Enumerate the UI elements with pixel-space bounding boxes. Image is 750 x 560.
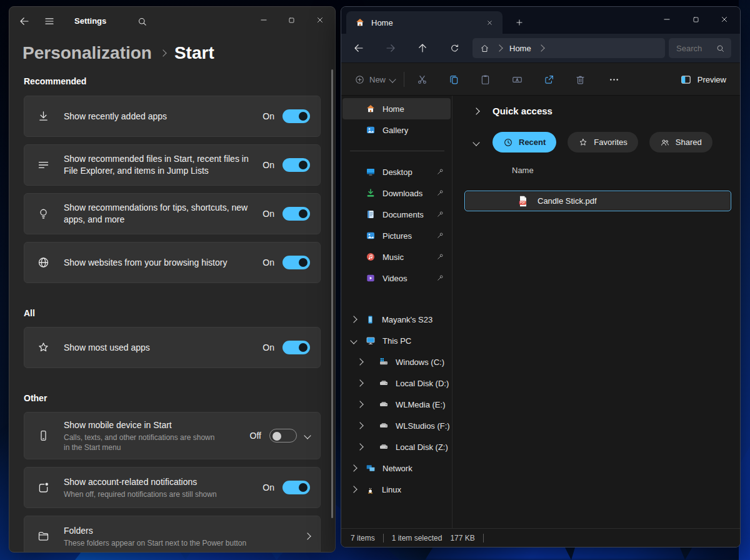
cut-button[interactable] [411,70,432,89]
toggle-recently-added-apps[interactable] [282,109,310,123]
toggle-recommendations-tips[interactable] [282,207,310,221]
expand-chevron-right-icon[interactable] [358,351,362,372]
expand-chevron-right-icon[interactable] [351,479,356,500]
expand-chevron-right-icon[interactable] [358,372,362,394]
tab-close-button[interactable] [482,16,496,29]
cut-icon [416,74,428,86]
download-icon [37,110,50,123]
settings-search-button[interactable] [132,11,152,31]
minimize-button[interactable] [652,7,681,32]
more-options-button[interactable] [603,70,624,89]
folders-icon [37,530,50,543]
section-chevron-down-icon[interactable] [472,139,479,146]
pin-icon[interactable] [436,189,444,198]
pin-icon[interactable] [436,232,444,240]
section-chevron-right-icon[interactable] [472,108,479,114]
sidebar-item-drive-c[interactable]: Windows (C:) [342,351,451,372]
delete-button[interactable] [569,70,591,89]
expand-chevron-right-icon[interactable] [358,415,362,436]
sidebar-item-drive-d[interactable]: Local Disk (D:) [342,372,451,394]
expand-chevron-right-icon[interactable] [351,309,356,330]
back-arrow-icon [19,16,30,27]
sidebar-item-label: Local Disk (D:) [396,379,449,388]
sidebar-item-gallery[interactable]: Gallery [342,119,451,141]
sidebar-item-downloads[interactable]: Downloads [342,182,451,204]
preview-button-label: Preview [698,75,726,84]
address-breadcrumb-home[interactable]: Home [509,44,531,53]
column-header-name[interactable]: Name [512,166,534,175]
toggle-mobile-device[interactable] [269,429,297,442]
desktop: Settings Personalization Start Recom [0,0,750,560]
setting-card-folders[interactable]: Folders These folders appear on Start ne… [24,516,321,552]
paste-button[interactable] [474,70,496,89]
clock-icon [503,138,513,148]
new-button[interactable]: New [351,70,399,89]
settings-app-title: Settings [74,16,106,26]
sidebar-item-drive-e[interactable]: WLMedia (E:) [342,394,451,415]
collapse-chevron-down-icon[interactable] [351,330,356,351]
nav-forward-button[interactable] [381,39,400,58]
navigation-menu-button[interactable] [39,11,59,31]
sidebar-item-phone-device[interactable]: Mayank's S23 [342,309,451,330]
toggle-knob [299,483,308,492]
new-button-label: New [369,75,386,84]
search-input[interactable] [675,43,716,54]
toggle-most-used-apps[interactable] [282,341,310,354]
sidebar-item-drive-z[interactable]: Local Disk (Z:) [342,436,451,458]
copy-button[interactable] [443,70,464,89]
new-tab-button[interactable] [511,14,528,31]
sidebar-item-pictures[interactable]: Pictures [342,225,451,246]
setting-title: Folders [64,525,246,537]
sidebar-item-network[interactable]: Network [342,458,451,479]
file-explorer-window: Home [341,6,741,548]
close-button[interactable] [306,7,334,33]
paste-icon [479,74,491,86]
close-button[interactable] [710,7,739,32]
sidebar-item-home[interactable]: Home [342,98,451,119]
filter-pill-shared[interactable]: Shared [649,132,712,152]
expand-chevron-right-icon[interactable] [358,394,362,415]
maximize-icon [288,16,296,24]
sidebar-item-this-pc[interactable]: This PC [342,330,451,351]
nav-refresh-button[interactable] [445,39,464,58]
setting-card-mobile-device[interactable]: Show mobile device in Start Calls, texts… [24,412,321,459]
settings-scrollbar[interactable] [331,69,333,518]
quick-access-header[interactable]: Quick access [474,106,552,116]
file-row-selected[interactable]: PDF Candle Stick.pdf [464,191,731,211]
toggle-account-notifications[interactable] [282,481,310,494]
filter-pill-favorites[interactable]: Favorites [568,132,638,152]
sidebar-item-music[interactable]: Music [342,246,451,268]
pin-icon[interactable] [436,274,444,282]
address-bar[interactable]: Home [472,38,665,58]
sidebar-item-drive-f[interactable]: WLStudios (F:) [342,415,451,436]
filter-pill-recent[interactable]: Recent [492,132,556,152]
pin-icon[interactable] [436,253,444,261]
nav-back-button[interactable] [349,39,368,58]
back-arrow-icon [353,42,364,54]
tab-home[interactable]: Home [346,11,502,34]
toolbar-divider [404,72,404,87]
search-box[interactable] [669,38,731,58]
toggle-websites-history[interactable] [282,256,310,269]
toggle-recommended-files[interactable] [282,158,310,172]
preview-button[interactable]: Preview [676,70,730,89]
expand-chevron-right-icon[interactable] [351,458,356,479]
share-button[interactable] [538,70,559,89]
sidebar-item-documents[interactable]: Documents [342,204,451,225]
sidebar-item-desktop[interactable]: Desktop [342,161,451,182]
sidebar-item-linux[interactable]: Linux [342,479,451,500]
pin-icon[interactable] [436,211,444,219]
sidebar-item-videos[interactable]: Videos [342,268,451,289]
rename-button[interactable] [506,70,528,89]
breadcrumb-personalization[interactable]: Personalization [22,43,152,63]
sidebar-item-label: Mayank's S23 [382,315,432,324]
pin-icon[interactable] [436,168,444,176]
back-button[interactable] [14,11,34,31]
nav-up-button[interactable] [413,39,432,58]
expand-chevron-down-icon[interactable] [304,432,311,439]
maximize-button[interactable] [681,7,710,32]
filter-pill-label: Shared [676,138,702,147]
minimize-button[interactable] [249,7,278,33]
expand-chevron-right-icon[interactable] [358,436,362,458]
maximize-button[interactable] [278,7,306,33]
